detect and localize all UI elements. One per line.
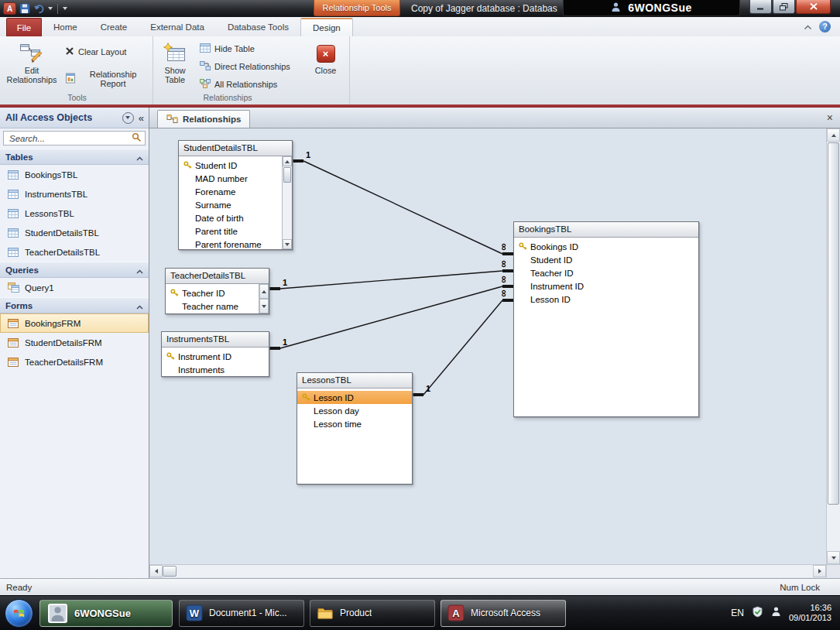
scroll-down-icon[interactable]: [259, 299, 269, 313]
search-input[interactable]: [8, 133, 129, 144]
relationship-teacherdetailstbl-bookingstbl[interactable]: 1∞: [269, 260, 513, 289]
diagram-table-title[interactable]: InstrumentsTBL: [162, 332, 269, 348]
tab-design[interactable]: Design: [300, 18, 353, 36]
nav-item-instrumentstbl[interactable]: InstrumentsTBL: [0, 184, 149, 204]
taskbar-clock[interactable]: 16:36 09/01/2013: [789, 603, 831, 623]
direct-relationships-button[interactable]: Direct Relationships: [197, 60, 293, 74]
nav-group-header-tables[interactable]: Tables: [0, 149, 149, 165]
close-button[interactable]: [796, 0, 831, 14]
document-close-icon[interactable]: [827, 112, 833, 123]
taskbar-user-tile[interactable]: 6WONGSue: [39, 600, 173, 627]
diagram-field-lesson-time[interactable]: Lesson time: [297, 417, 412, 430]
nav-item-teacherdetailstbl[interactable]: TeacherDetailsTBL: [0, 242, 149, 262]
scroll-thumb[interactable]: [283, 167, 291, 183]
diagram-field-instrument-id[interactable]: Instrument ID: [162, 350, 269, 363]
nav-item-bookingstbl[interactable]: BookingsTBL: [0, 165, 149, 184]
scroll-down-icon[interactable]: [283, 239, 292, 249]
diagram-field-lesson-id[interactable]: Lesson ID: [297, 391, 412, 404]
undo-dropdown-icon[interactable]: [48, 7, 53, 10]
nav-item-teacherdetailsfrm[interactable]: TeacherDetailsFRM: [0, 352, 149, 371]
diagram-table-title[interactable]: BookingsTBL: [514, 222, 698, 238]
hide-table-button[interactable]: Hide Table: [197, 42, 293, 56]
diagram-field-parent-title[interactable]: Parent title: [179, 224, 281, 238]
document-tab-relationships[interactable]: Relationships: [157, 110, 250, 128]
nav-group-header-forms[interactable]: Forms: [0, 297, 149, 313]
diagram-field-forename[interactable]: Forename: [179, 185, 281, 198]
diagram-field-lesson-id[interactable]: Lesson ID: [514, 293, 698, 306]
diagram-field-teacher-id[interactable]: Teacher ID: [514, 266, 698, 279]
nav-menu-dropdown-icon[interactable]: [122, 112, 134, 124]
edit-relationships-button[interactable]: Edit Relationships: [5, 39, 59, 93]
scroll-up-icon[interactable]: [259, 284, 269, 299]
vertical-scroll-thumb[interactable]: [828, 142, 839, 505]
taskbar-button-document1-mic[interactable]: WDocument1 - Mic...: [179, 600, 304, 627]
nav-item-studentdetailstbl[interactable]: StudentDetailsTBL: [0, 223, 149, 242]
vertical-scrollbar[interactable]: [826, 128, 840, 564]
diagram-field-student-id[interactable]: Student ID: [179, 159, 281, 172]
diagram-field-instrument-id[interactable]: Instrument ID: [514, 279, 698, 293]
diagram-table-title[interactable]: LessonsTBL: [297, 373, 412, 389]
tab-file[interactable]: File: [6, 18, 42, 36]
ribbon-collapse-icon[interactable]: [804, 19, 812, 33]
relationships-canvas[interactable]: 1∞1∞1∞1∞ StudentDetailsTBLStudent IDMAD …: [149, 128, 840, 564]
diagram-field-student-id[interactable]: Student ID: [514, 253, 698, 266]
diagram-field-surname[interactable]: Surname: [179, 198, 281, 211]
relationship-report-button[interactable]: Relationship Report: [62, 68, 149, 90]
diagram-table-title[interactable]: TeacherDetailsTBL: [166, 269, 269, 284]
nav-group-header-queries[interactable]: Queries: [0, 262, 149, 278]
scroll-right-icon[interactable]: [813, 565, 826, 577]
shutter-bar-close-icon[interactable]: [139, 113, 144, 123]
close-relationships-button[interactable]: Close: [308, 39, 344, 93]
diagram-table-teacherdetailstbl[interactable]: TeacherDetailsTBLTeacher IDTeacher name: [165, 268, 269, 314]
diagram-field-date-of-birth[interactable]: Date of birth: [179, 211, 281, 224]
clear-layout-button[interactable]: Clear Layout: [62, 45, 149, 59]
horizontal-scroll-thumb[interactable]: [163, 566, 177, 577]
tab-database-tools[interactable]: Database Tools: [216, 18, 300, 36]
relationship-studentdetailstbl-bookingstbl[interactable]: 1∞: [293, 150, 513, 254]
maximize-button[interactable]: [773, 0, 795, 14]
all-relationships-button[interactable]: All Relationships: [197, 77, 293, 91]
scroll-left-icon[interactable]: [149, 565, 163, 577]
relationship-lessonstbl-bookingstbl[interactable]: 1∞: [413, 289, 513, 395]
tab-external-data[interactable]: External Data: [139, 18, 216, 36]
diagram-field-teacher-id[interactable]: Teacher ID: [166, 286, 258, 300]
nav-item-studentdetailsfrm[interactable]: StudentDetailsFRM: [0, 333, 149, 352]
horizontal-scrollbar[interactable]: [149, 564, 840, 577]
taskbar-button-product[interactable]: Product: [310, 600, 435, 627]
show-table-button[interactable]: Show Table: [156, 39, 194, 93]
tab-home[interactable]: Home: [42, 18, 89, 36]
diagram-table-studentdetailstbl[interactable]: StudentDetailsTBLStudent IDMAD numberFor…: [178, 140, 293, 250]
diagram-field-mad-number[interactable]: MAD number: [179, 172, 281, 185]
collapse-chevron-icon[interactable]: [136, 263, 143, 277]
diagram-table-lessonstbl[interactable]: LessonsTBLLesson IDLesson dayLesson time: [297, 372, 413, 484]
search-icon[interactable]: [132, 132, 142, 146]
language-indicator[interactable]: EN: [731, 608, 744, 618]
undo-icon[interactable]: [33, 4, 45, 14]
start-button[interactable]: [5, 599, 33, 628]
taskbar-button-microsoft-access[interactable]: AMicrosoft Access: [441, 600, 566, 627]
help-icon[interactable]: [819, 21, 831, 33]
tray-user-icon[interactable]: [771, 606, 781, 620]
tab-create[interactable]: Create: [89, 18, 139, 36]
diagram-table-title[interactable]: StudentDetailsTBL: [179, 141, 292, 156]
nav-item-bookingsfrm[interactable]: BookingsFRM: [0, 313, 149, 333]
nav-pane-header[interactable]: All Access Objects: [0, 108, 149, 128]
nav-item-lessonstbl[interactable]: LessonsTBL: [0, 204, 149, 223]
table-scrollbar[interactable]: [282, 156, 292, 249]
collapse-chevron-icon[interactable]: [136, 299, 143, 313]
diagram-field-parent-forename[interactable]: Parent forename: [179, 238, 281, 249]
diagram-field-instruments[interactable]: Instruments: [162, 363, 269, 376]
collapse-chevron-icon[interactable]: [136, 150, 143, 164]
save-icon[interactable]: [19, 3, 30, 14]
diagram-field-teacher-name[interactable]: Teacher name: [166, 300, 258, 313]
nav-item-query1[interactable]: Query1: [0, 278, 149, 297]
scroll-up-icon[interactable]: [283, 156, 292, 166]
scroll-up-icon[interactable]: [827, 128, 840, 142]
diagram-field-lesson-day[interactable]: Lesson day: [297, 404, 412, 417]
minimize-button[interactable]: [749, 0, 772, 14]
table-scrollbar[interactable]: [259, 284, 269, 313]
diagram-field-bookings-id[interactable]: Bookings ID: [514, 240, 698, 253]
diagram-table-instrumentstbl[interactable]: InstrumentsTBLInstrument IDInstruments: [161, 331, 269, 377]
qat-customize-icon[interactable]: [63, 7, 67, 10]
scroll-down-icon[interactable]: [827, 551, 840, 564]
